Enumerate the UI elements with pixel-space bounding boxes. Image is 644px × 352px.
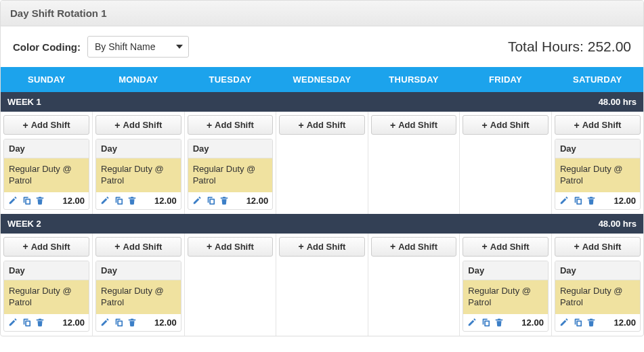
copy-icon[interactable] xyxy=(22,317,31,327)
plus-icon: + xyxy=(482,242,488,251)
copy-icon[interactable] xyxy=(22,196,31,205)
add-shift-label: Add Shift xyxy=(398,120,437,130)
copy-icon[interactable] xyxy=(481,317,490,327)
copy-icon[interactable] xyxy=(573,196,582,205)
trash-icon[interactable] xyxy=(586,317,596,327)
copy-icon[interactable] xyxy=(114,196,123,205)
day-cell: +Add ShiftDayRegular Duty @ Patrol12.00 xyxy=(551,234,643,336)
add-shift-button[interactable]: +Add Shift xyxy=(463,115,549,135)
add-shift-button[interactable]: +Add Shift xyxy=(3,237,89,257)
edit-icon[interactable] xyxy=(467,317,477,327)
day-cell: +Add ShiftDayRegular Duty @ Patrol12.00 xyxy=(551,112,643,214)
edit-icon[interactable] xyxy=(8,317,18,327)
color-coding-select[interactable]: By Shift Name xyxy=(87,36,189,58)
add-shift-label: Add Shift xyxy=(307,242,346,252)
trash-icon[interactable] xyxy=(494,317,504,327)
plus-icon: + xyxy=(207,242,212,251)
week-days-row: +Add ShiftDayRegular Duty @ Patrol12.00+… xyxy=(1,234,643,336)
plus-icon: + xyxy=(574,120,579,130)
shift-name: Day xyxy=(555,261,640,280)
day-cell: +Add Shift xyxy=(276,112,368,214)
add-shift-button[interactable]: +Add Shift xyxy=(555,237,641,257)
shift-name: Day xyxy=(555,139,640,158)
edit-icon[interactable] xyxy=(192,196,202,205)
shift-description: Regular Duty @ Patrol xyxy=(555,280,640,314)
add-shift-button[interactable]: +Add Shift xyxy=(463,237,549,257)
total-hours-value: 252.00 xyxy=(588,39,631,54)
add-shift-label: Add Shift xyxy=(582,242,622,252)
shift-name: Day xyxy=(96,261,181,280)
day-header: WEDNESDAY xyxy=(276,67,368,92)
shift-name: Day xyxy=(96,139,181,158)
trash-icon[interactable] xyxy=(127,196,137,205)
panel-title: Day Shift Rotation 1 xyxy=(1,1,643,26)
shift-card: DayRegular Duty @ Patrol12.00 xyxy=(3,139,89,210)
add-shift-button[interactable]: +Add Shift xyxy=(95,237,181,257)
shift-actions: 12.00 xyxy=(4,314,89,331)
day-header: SATURDAY xyxy=(551,67,643,92)
edit-icon[interactable] xyxy=(100,317,110,327)
shift-card: DayRegular Duty @ Patrol12.00 xyxy=(555,261,641,332)
add-shift-label: Add Shift xyxy=(307,120,346,130)
shift-hours: 12.00 xyxy=(63,317,85,328)
plus-icon: + xyxy=(574,242,579,251)
shift-hours: 12.00 xyxy=(246,196,269,206)
add-shift-label: Add Shift xyxy=(123,242,163,252)
add-shift-button[interactable]: +Add Shift xyxy=(188,237,274,257)
week-hours: 48.00 hrs xyxy=(368,214,643,234)
shift-hours: 12.00 xyxy=(154,196,177,206)
week-hours: 48.00 hrs xyxy=(368,92,643,112)
add-shift-button[interactable]: +Add Shift xyxy=(371,237,457,257)
day-cell: +Add Shift xyxy=(276,234,368,336)
day-cell: +Add ShiftDayRegular Duty @ Patrol12.00 xyxy=(93,112,185,214)
add-shift-button[interactable]: +Add Shift xyxy=(279,115,365,135)
day-header: THURSDAY xyxy=(368,67,460,92)
plus-icon: + xyxy=(114,242,120,251)
edit-icon[interactable] xyxy=(100,196,110,205)
add-shift-button[interactable]: +Add Shift xyxy=(188,115,274,135)
copy-icon[interactable] xyxy=(114,317,123,327)
add-shift-button[interactable]: +Add Shift xyxy=(555,115,641,135)
trash-icon[interactable] xyxy=(35,196,45,205)
shift-hours: 12.00 xyxy=(614,196,636,206)
day-cell: +Add ShiftDayRegular Duty @ Patrol12.00 xyxy=(1,234,93,336)
color-coding-label: Color Coding: xyxy=(13,41,81,53)
shift-card: DayRegular Duty @ Patrol12.00 xyxy=(95,139,181,210)
shift-card: DayRegular Duty @ Patrol12.00 xyxy=(463,261,549,332)
edit-icon[interactable] xyxy=(559,317,569,327)
day-header-row: SUNDAYMONDAYTUESDAYWEDNESDAYTHURSDAYFRID… xyxy=(1,67,643,92)
shift-card: DayRegular Duty @ Patrol12.00 xyxy=(3,261,89,332)
add-shift-button[interactable]: +Add Shift xyxy=(371,115,457,135)
controls-row: Color Coding: By Shift Name Total Hours:… xyxy=(1,26,643,67)
day-header: MONDAY xyxy=(93,67,185,92)
shift-card: DayRegular Duty @ Patrol12.00 xyxy=(555,139,641,210)
day-header: FRIDAY xyxy=(460,67,552,92)
trash-icon[interactable] xyxy=(127,317,137,327)
week-row: WEEK 148.00 hrs xyxy=(1,92,643,112)
trash-icon[interactable] xyxy=(586,196,596,205)
copy-icon[interactable] xyxy=(573,317,582,327)
day-header: SUNDAY xyxy=(1,67,93,92)
shift-actions: 12.00 xyxy=(188,192,273,209)
day-header: TUESDAY xyxy=(184,67,276,92)
shift-description: Regular Duty @ Patrol xyxy=(555,158,640,192)
week-label: WEEK 1 xyxy=(1,92,368,112)
chevron-down-icon xyxy=(176,45,183,49)
copy-icon[interactable] xyxy=(206,196,215,205)
add-shift-button[interactable]: +Add Shift xyxy=(95,115,181,135)
add-shift-button[interactable]: +Add Shift xyxy=(279,237,365,257)
plus-icon: + xyxy=(390,120,395,130)
shift-name: Day xyxy=(4,139,89,158)
edit-icon[interactable] xyxy=(8,196,18,205)
rotation-panel: Day Shift Rotation 1 Color Coding: By Sh… xyxy=(0,0,644,336)
plus-icon: + xyxy=(207,120,212,130)
edit-icon[interactable] xyxy=(559,196,569,205)
day-cell: +Add Shift xyxy=(368,234,460,336)
day-cell: +Add ShiftDayRegular Duty @ Patrol12.00 xyxy=(1,112,93,214)
add-shift-button[interactable]: +Add Shift xyxy=(3,115,89,135)
shift-name: Day xyxy=(4,261,89,280)
shift-card: DayRegular Duty @ Patrol12.00 xyxy=(188,139,274,210)
trash-icon[interactable] xyxy=(219,196,229,205)
trash-icon[interactable] xyxy=(35,317,45,327)
add-shift-label: Add Shift xyxy=(215,242,254,252)
